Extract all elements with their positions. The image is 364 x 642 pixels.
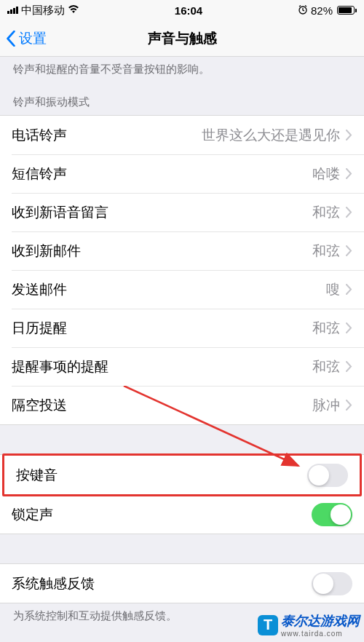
wifi-icon xyxy=(68,4,79,16)
chevron-right-icon xyxy=(346,207,352,218)
row-text-tone[interactable]: 短信铃声 哈喽 xyxy=(0,154,364,193)
sounds-toggle-list: 按键音 锁定声 xyxy=(0,454,364,534)
watermark: T 泰尔达游戏网 www.tairda.com xyxy=(258,612,360,638)
row-value: 和弦 xyxy=(312,242,340,261)
row-new-mail[interactable]: 收到新邮件 和弦 xyxy=(0,231,364,270)
row-value: 嗖 xyxy=(326,280,340,299)
row-label: 日历提醒 xyxy=(12,319,67,338)
battery-icon xyxy=(336,6,357,15)
chevron-right-icon xyxy=(346,361,352,372)
chevron-right-icon xyxy=(346,400,352,411)
row-value: 和弦 xyxy=(312,357,340,376)
row-sent-mail[interactable]: 发送邮件 嗖 xyxy=(0,270,364,309)
lock-sound-toggle[interactable] xyxy=(312,503,352,526)
carrier-label: 中国移动 xyxy=(21,4,65,17)
back-button[interactable]: 设置 xyxy=(0,29,52,48)
chevron-right-icon xyxy=(346,322,352,333)
row-label: 按键音 xyxy=(16,466,58,485)
row-calendar-alerts[interactable]: 日历提醒 和弦 xyxy=(0,309,364,347)
row-value: 世界这么大还是遇见你 xyxy=(202,126,340,145)
watermark-url: www.tairda.com xyxy=(281,630,360,638)
row-keyboard-clicks[interactable]: 按键音 xyxy=(4,456,360,494)
alarm-icon xyxy=(298,4,308,17)
row-label: 提醒事项的提醒 xyxy=(12,357,108,376)
row-label: 系统触感反馈 xyxy=(12,574,95,593)
chevron-right-icon xyxy=(346,130,352,140)
row-label: 收到新邮件 xyxy=(12,242,81,261)
battery-percent: 82% xyxy=(311,4,333,17)
row-new-voicemail[interactable]: 收到新语音留言 和弦 xyxy=(0,193,364,231)
chevron-right-icon xyxy=(346,245,352,256)
row-reminder-alerts[interactable]: 提醒事项的提醒 和弦 xyxy=(0,347,364,386)
row-label: 发送邮件 xyxy=(12,280,67,299)
annotation-highlight: 按键音 xyxy=(2,453,362,496)
row-value: 脉冲 xyxy=(312,396,340,415)
page-title: 声音与触感 xyxy=(148,29,217,48)
watermark-name: 泰尔达游戏网 xyxy=(281,614,360,628)
row-label: 锁定声 xyxy=(12,505,53,524)
row-value: 和弦 xyxy=(312,319,340,338)
back-label: 设置 xyxy=(19,29,47,48)
chevron-right-icon xyxy=(346,284,352,295)
system-haptics-toggle[interactable] xyxy=(312,572,352,595)
watermark-logo-icon: T xyxy=(258,615,278,635)
row-label: 短信铃声 xyxy=(12,165,67,183)
status-bar: 中国移动 16:04 82% xyxy=(0,0,364,20)
nav-bar: 设置 声音与触感 xyxy=(0,20,364,57)
row-label: 隔空投送 xyxy=(12,396,67,415)
row-label: 电话铃声 xyxy=(12,126,67,145)
row-ringtone[interactable]: 电话铃声 世界这么大还是遇见你 xyxy=(0,116,364,154)
row-value: 和弦 xyxy=(312,203,340,222)
ringtones-list: 电话铃声 世界这么大还是遇见你 短信铃声 哈喽 收到新语音留言 和弦 收到新邮件… xyxy=(0,115,364,425)
signal-icon xyxy=(7,7,18,14)
row-system-haptics[interactable]: 系统触感反馈 xyxy=(0,564,364,603)
haptics-list: 系统触感反馈 xyxy=(0,563,364,603)
row-lock-sound[interactable]: 锁定声 xyxy=(0,495,364,534)
chevron-left-icon xyxy=(6,31,16,47)
ringtones-section-header: 铃声和振动模式 xyxy=(0,82,364,115)
row-value: 哈喽 xyxy=(312,165,340,183)
row-label: 收到新语音留言 xyxy=(12,203,108,222)
status-time: 16:04 xyxy=(175,4,202,17)
chevron-right-icon xyxy=(346,168,352,179)
keyboard-clicks-toggle[interactable] xyxy=(307,464,348,487)
row-airdrop[interactable]: 隔空投送 脉冲 xyxy=(0,386,364,424)
volume-footer-note: 铃声和提醒的音量不受音量按钮的影响。 xyxy=(0,57,364,82)
